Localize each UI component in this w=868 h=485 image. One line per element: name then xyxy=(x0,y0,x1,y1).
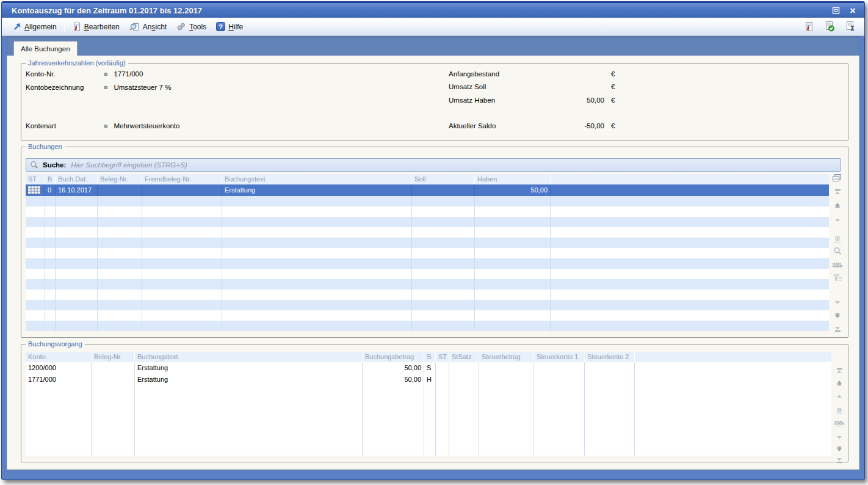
search-input[interactable]: Suche: Hier Suchbegriff eingeben (STRG+S… xyxy=(26,158,841,172)
booking-row-empty[interactable] xyxy=(26,258,829,269)
field-kontobezeichnung-value: Umsatzsteuer 7 % xyxy=(114,84,171,91)
adjust-width-icon[interactable]: (|) xyxy=(832,234,843,244)
menu-bearbeiten[interactable]: Bearbeiten xyxy=(67,20,125,34)
booking-row-empty[interactable] xyxy=(26,238,829,248)
adjust-width-icon[interactable]: (|) xyxy=(834,406,845,415)
row-up-icon[interactable] xyxy=(834,391,845,401)
restore-window-icon[interactable] xyxy=(830,5,841,16)
column-header-st[interactable]: ST xyxy=(26,174,45,184)
tx-steuerkonto2 xyxy=(585,362,635,374)
close-window-icon[interactable]: × xyxy=(847,5,858,16)
cell xyxy=(142,206,222,217)
column-header-st[interactable]: ST xyxy=(436,352,449,362)
cell xyxy=(98,290,142,300)
booking-row-empty[interactable] xyxy=(26,310,829,321)
zoom-icon[interactable] xyxy=(832,246,843,256)
column-header-steuerkonto1[interactable]: Steuerkonto 1 xyxy=(534,352,585,362)
xml-export-icon[interactable]: XML xyxy=(832,260,843,269)
column-header-konto[interactable]: Konto xyxy=(26,352,92,362)
scroll-top-icon[interactable] xyxy=(832,186,843,196)
row-up-icon[interactable] xyxy=(832,214,843,224)
booking-row-empty[interactable] xyxy=(26,279,829,290)
booking-row-empty[interactable] xyxy=(26,269,829,279)
booking-row-empty[interactable] xyxy=(26,300,829,310)
page-up-icon[interactable] xyxy=(834,378,845,388)
page-down-icon[interactable] xyxy=(834,444,845,454)
tab-strip: Alle Buchungen xyxy=(7,36,859,56)
column-header-buchdat[interactable]: Buch.Dat. xyxy=(56,174,98,184)
menu-tools[interactable]: Tools xyxy=(172,20,211,33)
app-window: Kontoauszug für den Zeitraum 01.2017 bis… xyxy=(1,1,865,480)
scroll-top-icon[interactable] xyxy=(834,365,845,375)
booking-row-empty[interactable] xyxy=(26,196,829,206)
xml-export-icon[interactable]: XML xyxy=(834,418,845,428)
document-sigma-icon[interactable]: Σ xyxy=(844,20,857,33)
cell xyxy=(475,196,551,206)
grid-record-icon xyxy=(27,186,45,194)
column-header-buchungstext[interactable]: Buchungstext xyxy=(135,352,363,362)
menu-allgemein[interactable]: Allgemein xyxy=(8,21,62,33)
column-header-buchungstext[interactable]: Buchungstext xyxy=(222,174,412,184)
transaction-table: Konto Beleg-Nr. Buchungstext Buchungsbet… xyxy=(26,352,831,456)
cell xyxy=(56,279,98,290)
booking-row-empty[interactable] xyxy=(26,248,829,258)
cell xyxy=(142,238,222,248)
filter-icon[interactable] xyxy=(832,273,843,283)
cell xyxy=(142,321,222,331)
cell xyxy=(222,258,412,269)
transaction-legend: Buchungsvorgang xyxy=(26,340,85,348)
row-down-icon[interactable] xyxy=(832,297,843,307)
column-header-haben[interactable]: Haben xyxy=(475,174,551,184)
tx-s: H xyxy=(424,374,436,385)
cell xyxy=(412,290,475,300)
document-check-icon[interactable] xyxy=(823,20,836,33)
tools-gears-icon xyxy=(176,22,186,31)
row-down-icon[interactable] xyxy=(834,432,845,442)
tab-alle-buchungen[interactable]: Alle Buchungen xyxy=(13,41,78,56)
cell xyxy=(26,196,45,206)
booking-haben: 50,00 xyxy=(475,184,551,196)
cell xyxy=(551,310,829,321)
tx-beleg xyxy=(92,362,135,374)
scroll-bottom-icon[interactable] xyxy=(834,456,845,465)
select-columns-icon[interactable] xyxy=(831,173,842,183)
column-header-beleg[interactable]: Beleg-Nr. xyxy=(98,174,142,184)
cell xyxy=(551,321,829,331)
cell xyxy=(98,310,142,321)
column-header-steuerbetrag[interactable]: Steuerbetrag xyxy=(479,352,534,362)
column-header-s[interactable]: S xyxy=(424,352,436,362)
title-bar[interactable]: Kontoauszug für den Zeitraum 01.2017 bis… xyxy=(2,2,864,18)
cell xyxy=(222,227,412,238)
transaction-row[interactable]: 1771/000 Erstattung 50,00 H xyxy=(26,374,831,385)
booking-row-selected[interactable]: 0 16.10.2017 Erstattung 50,00 xyxy=(26,184,829,196)
cell xyxy=(98,227,142,238)
column-header-soll[interactable]: Soll xyxy=(412,174,475,184)
column-header-b[interactable]: B xyxy=(45,174,56,184)
document-pen-icon[interactable] xyxy=(802,20,816,33)
booking-row-empty[interactable] xyxy=(26,321,829,331)
currency-symbol: € xyxy=(611,83,615,90)
column-header-buchungsbetrag[interactable]: Buchungsbetrag xyxy=(363,352,424,362)
column-header-stsatz[interactable]: StSatz xyxy=(449,352,479,362)
booking-row-empty[interactable] xyxy=(26,290,829,300)
transaction-row[interactable]: 1200/000 Erstattung 50,00 S xyxy=(26,362,831,374)
bookings-legend: Buchungen xyxy=(26,142,65,151)
cell xyxy=(412,269,475,279)
tx-stsatz xyxy=(449,362,479,374)
tx-st xyxy=(436,374,449,385)
booking-row-empty[interactable] xyxy=(26,227,829,238)
menu-ansicht[interactable]: Ansicht xyxy=(125,20,172,34)
cell xyxy=(45,206,56,217)
menu-hilfe[interactable]: ? Hilfe xyxy=(211,20,248,33)
booking-row-empty[interactable] xyxy=(26,217,829,227)
cell xyxy=(412,300,475,310)
booking-row-empty[interactable] xyxy=(26,206,829,217)
column-header-fremdbeleg[interactable]: Fremdbeleg-Nr. xyxy=(142,174,222,184)
column-header-beleg[interactable]: Beleg-Nr. xyxy=(92,352,135,362)
bookings-table: ST B Buch.Dat. Beleg-Nr. Fremdbeleg-Nr. … xyxy=(26,174,829,331)
page-up-icon[interactable] xyxy=(832,200,843,210)
booking-beleg xyxy=(98,184,142,196)
page-down-icon[interactable] xyxy=(832,311,843,321)
column-header-steuerkonto2[interactable]: Steuerkonto 2 xyxy=(585,352,635,362)
scroll-bottom-icon[interactable] xyxy=(832,324,843,334)
